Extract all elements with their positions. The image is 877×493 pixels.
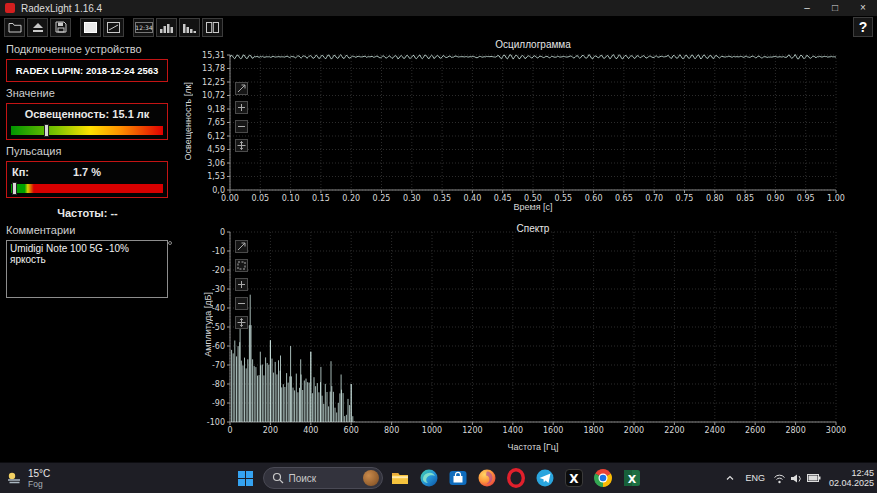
oscillogram-chart[interactable]: Осциллограмма Освещенность [лк] 0.000.05…	[175, 38, 877, 222]
language-indicator[interactable]: ENG	[745, 473, 765, 483]
oscillogram-ylabel: Освещенность [лк]	[183, 82, 193, 160]
layout-button[interactable]	[202, 18, 223, 37]
search-daily-image	[363, 470, 379, 486]
eject-icon	[32, 22, 44, 33]
svg-text:800: 800	[384, 426, 399, 435]
taskbar-app-firefox[interactable]	[475, 465, 499, 491]
status-icons[interactable]	[773, 473, 821, 484]
save-button[interactable]	[50, 18, 71, 37]
svg-text:-80: -80	[212, 380, 225, 389]
svg-text:0: 0	[227, 426, 232, 435]
taskbar-app-store[interactable]	[446, 465, 470, 491]
svg-text:-50: -50	[212, 323, 225, 332]
taskbar-app-opera[interactable]	[504, 465, 528, 491]
search-placeholder: Поиск	[289, 473, 358, 484]
svg-text:-10: -10	[212, 247, 225, 256]
spectrum-button[interactable]	[179, 18, 200, 37]
svg-text:15,31: 15,31	[202, 51, 225, 60]
svg-text:1800: 1800	[583, 426, 603, 435]
edge-icon	[419, 468, 439, 488]
pan-button[interactable]	[235, 139, 248, 152]
svg-text:12,25: 12,25	[202, 78, 225, 87]
svg-text:2800: 2800	[785, 426, 805, 435]
start-button[interactable]	[234, 465, 258, 491]
illuminance-panel: Освещенность: 15.1 лк	[6, 103, 168, 140]
select-tool-button[interactable]	[235, 240, 248, 253]
oscillogram-title: Осциллограмма	[230, 39, 836, 50]
close-button[interactable]: ×	[849, 0, 877, 16]
comments-input[interactable]: Umidigi Note 100 5G -10% яркость	[6, 240, 168, 298]
weather-widget[interactable]: 15°C Fog	[4, 463, 50, 493]
spectrum-tools	[235, 240, 248, 329]
svg-text:7,65: 7,65	[207, 118, 225, 127]
windows-logo-icon	[238, 471, 253, 486]
kp-label: Кп:	[12, 166, 29, 178]
svg-text:2600: 2600	[745, 426, 765, 435]
select-tool-button[interactable]	[235, 82, 248, 95]
title-bar: RadexLight 1.16.4 – □ ×	[0, 0, 877, 16]
maximize-button[interactable]: □	[821, 0, 849, 16]
svg-text:2200: 2200	[664, 426, 684, 435]
zoom-out-button[interactable]	[235, 120, 248, 133]
open-folder-icon	[8, 22, 22, 33]
opera-icon	[506, 468, 526, 488]
zoom-rect-button[interactable]	[235, 259, 248, 272]
help-button[interactable]: ?	[853, 17, 873, 37]
zoom-out-button[interactable]	[235, 297, 248, 310]
svg-text:0: 0	[220, 228, 225, 237]
spectrum-plot[interactable]: 0200400600800100012001400160018002000220…	[175, 222, 877, 463]
oscillogram-plot[interactable]: 0.000.050.100.150.200.250.300.350.400.45…	[175, 38, 877, 222]
svg-text:-90: -90	[212, 399, 225, 408]
svg-text:4,59: 4,59	[207, 145, 225, 154]
tray-date: 02.04.2025	[829, 478, 874, 489]
clock[interactable]: 12:45 02.04.2025	[829, 468, 874, 489]
comments-resize-handle[interactable]	[168, 241, 172, 245]
oscillogram-tools	[235, 82, 248, 152]
svg-text:1400: 1400	[503, 426, 523, 435]
zoom-in-button[interactable]	[235, 278, 248, 291]
export-button[interactable]	[27, 18, 48, 37]
taskbar-app-excel[interactable]: X	[620, 465, 644, 491]
svg-text:3,06: 3,06	[207, 159, 225, 168]
svg-text:3000: 3000	[826, 426, 846, 435]
pan-button[interactable]	[235, 316, 248, 329]
taskbar-app-telegram[interactable]	[533, 465, 557, 491]
svg-text:1,53: 1,53	[207, 172, 225, 181]
open-folder-button[interactable]	[4, 18, 25, 37]
fog-weather-icon	[4, 470, 24, 486]
connected-device: RADEX LUPIN: 2018-12-24 2563	[6, 59, 168, 82]
tray-chevron-button[interactable]	[723, 465, 737, 491]
charts-splitter-handle[interactable]	[531, 206, 535, 210]
radexlight-window: RadexLight 1.16.4 – □ × 12:34	[0, 0, 877, 493]
kp-scale	[11, 184, 163, 193]
window-controls: – □ ×	[793, 0, 877, 16]
oscillogram-mode-button[interactable]	[103, 18, 124, 37]
histogram-button[interactable]	[156, 18, 177, 37]
wifi-icon	[773, 473, 786, 484]
frequencies-value: Частоты: --	[0, 207, 175, 219]
spectrum-xlabel: Частота [Гц]	[230, 442, 836, 452]
histogram-icon	[160, 22, 173, 33]
white-square-icon	[84, 22, 97, 33]
display-mode-button[interactable]	[80, 18, 101, 37]
taskbar-app-edge[interactable]	[417, 465, 441, 491]
taskbar-app-chrome[interactable]	[591, 465, 615, 491]
minimize-button[interactable]: –	[793, 0, 821, 16]
zoom-in-button[interactable]	[235, 101, 248, 114]
svg-text:X: X	[569, 472, 579, 486]
search-box[interactable]: Поиск	[263, 467, 383, 489]
svg-text:1600: 1600	[543, 426, 563, 435]
svg-text:6,12: 6,12	[207, 132, 225, 141]
svg-text:2000: 2000	[624, 426, 644, 435]
svg-text:1000: 1000	[422, 426, 442, 435]
weather-condition: Fog	[28, 479, 50, 489]
clock-mode-button[interactable]: 12:34	[133, 18, 154, 37]
taskbar-app-x[interactable]: X	[562, 465, 586, 491]
svg-text:2400: 2400	[705, 426, 725, 435]
spectrum-bars-icon	[183, 22, 196, 33]
digital-clock-icon: 12:34	[135, 22, 153, 33]
spectrum-chart[interactable]: Спектр Амплитуда [дБ] 020040060080010001…	[175, 222, 877, 463]
taskbar-app-file-explorer[interactable]	[388, 465, 412, 491]
device-section-label: Подключенное устройство	[6, 43, 175, 55]
svg-text:200: 200	[263, 426, 278, 435]
